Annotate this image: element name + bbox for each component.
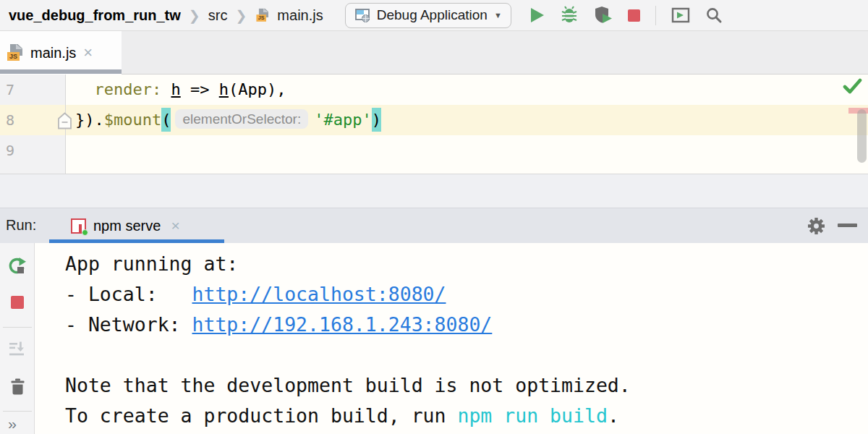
clear-all-trash-icon[interactable] — [9, 378, 27, 396]
breadcrumb-folder-src[interactable]: src — [208, 7, 228, 24]
ide-window: vue_debug_from_run_tw ❯ src ❯ JS main.js… — [0, 0, 868, 434]
code-token: '#app' — [314, 111, 371, 129]
run-config-label: Debug Application — [377, 7, 488, 23]
code-token — [161, 80, 171, 98]
gear-icon[interactable] — [807, 216, 826, 236]
running-status-dot — [82, 229, 88, 236]
editor-empty-area — [0, 174, 868, 208]
code-token: render: — [95, 80, 162, 98]
code-token: h — [171, 80, 180, 98]
console-line: To create a production build, run npm ru… — [35, 401, 631, 431]
console-line: - Network: http://192.168.1.243:8080/ — [35, 310, 631, 340]
console-text: . — [608, 404, 619, 427]
js-file-icon: JS — [257, 8, 271, 22]
code-token: (App), — [229, 80, 286, 98]
code-token — [75, 80, 95, 98]
rerun-button[interactable] — [7, 257, 27, 276]
editor-tab-bar: JS main.js × — [0, 31, 868, 75]
code-token: ) — [372, 108, 381, 132]
tab-npm-serve[interactable]: npm serve × — [49, 208, 224, 243]
stop-button[interactable] — [11, 296, 24, 309]
run-button[interactable] — [529, 7, 545, 24]
code-token: ( — [161, 108, 171, 132]
breadcrumb-project[interactable]: vue_debug_from_run_tw — [9, 7, 181, 24]
console-output[interactable]: App running at:- Local: http://localhost… — [35, 249, 631, 431]
debug-config-icon — [354, 7, 370, 23]
console-text: App running at: — [65, 252, 238, 275]
parameter-hint: elementOrSelector: — [175, 109, 308, 129]
code-token: }) — [75, 111, 95, 129]
breadcrumb-file-mainjs[interactable]: main.js — [277, 7, 323, 24]
npm-icon — [71, 218, 86, 234]
code-token: . — [95, 111, 104, 129]
console-line: - Local: http://localhost:8080/ — [35, 279, 631, 310]
code-editor[interactable]: 7 render: h => h(App),8}).$mount(element… — [0, 75, 868, 174]
toolbar-separator — [3, 327, 32, 328]
close-icon[interactable]: × — [171, 217, 179, 234]
toolbar-separator — [655, 6, 656, 25]
code-line[interactable]: 9 — [0, 135, 868, 166]
active-tab-underline — [0, 69, 122, 74]
console-text: To create a production build, run — [65, 404, 457, 427]
console-line — [35, 340, 631, 370]
line-number: 8 — [6, 105, 14, 135]
console-text: - Local: — [65, 283, 192, 305]
inspections-ok-check-icon[interactable] — [843, 78, 862, 95]
debug-button[interactable] — [560, 6, 579, 25]
code-line[interactable]: 7 render: h => h(App), — [0, 75, 868, 105]
console-hyperlink[interactable]: http://192.168.1.243:8080/ — [192, 313, 493, 336]
console-toolbar: ›› — [0, 243, 35, 434]
run-tool-window-header: Run: npm serve × — [0, 208, 868, 243]
breadcrumb-chevron-icon: ❯ — [235, 7, 247, 24]
scroll-to-end-icon[interactable] — [8, 339, 26, 357]
toolbar-actions — [529, 6, 723, 25]
chevron-down-icon: ▼ — [494, 11, 502, 20]
run-configuration-selector[interactable]: Debug Application ▼ — [345, 3, 511, 28]
console-line: Note that the development build is not o… — [35, 370, 631, 401]
debug-coverage-shield-button[interactable] — [594, 6, 613, 25]
stop-button[interactable] — [628, 9, 640, 22]
search-everywhere-icon[interactable] — [705, 7, 723, 24]
console-hyperlink[interactable]: http://localhost:8080/ — [192, 283, 446, 305]
main-toolbar: vue_debug_from_run_tw ❯ src ❯ JS main.js… — [0, 0, 868, 31]
code-token: => — [181, 80, 219, 98]
run-tab-label: npm serve — [93, 218, 161, 234]
tab-label: main.js — [30, 45, 76, 61]
more-actions-chevrons-icon[interactable]: ›› — [8, 415, 15, 433]
editor-scrollbar[interactable] — [857, 109, 867, 163]
run-tool-window-icon[interactable] — [671, 7, 690, 24]
line-number: 7 — [6, 75, 14, 105]
console-text: npm run build — [457, 404, 607, 427]
console-line: App running at: — [35, 249, 631, 279]
run-console: ›› App running at:- Local: http://localh… — [0, 243, 868, 434]
toolbar-separator — [3, 411, 32, 412]
js-file-icon: JS — [7, 44, 25, 61]
code-token: h — [219, 80, 229, 98]
tab-mainjs[interactable]: JS main.js × — [0, 31, 122, 75]
code-token: $mount — [104, 111, 161, 129]
hide-tool-window-icon[interactable] — [838, 224, 857, 227]
code-line[interactable]: 8}).$mount(elementOrSelector:'#app') — [0, 105, 868, 135]
fold-collapse-icon[interactable] — [57, 112, 72, 132]
run-panel-title: Run: — [6, 208, 36, 243]
console-text: Note that the development build is not o… — [65, 374, 631, 396]
console-text: - Network: — [65, 313, 192, 336]
close-icon[interactable]: × — [83, 43, 93, 62]
breadcrumb-chevron-icon: ❯ — [189, 7, 200, 24]
line-number: 9 — [6, 135, 14, 166]
